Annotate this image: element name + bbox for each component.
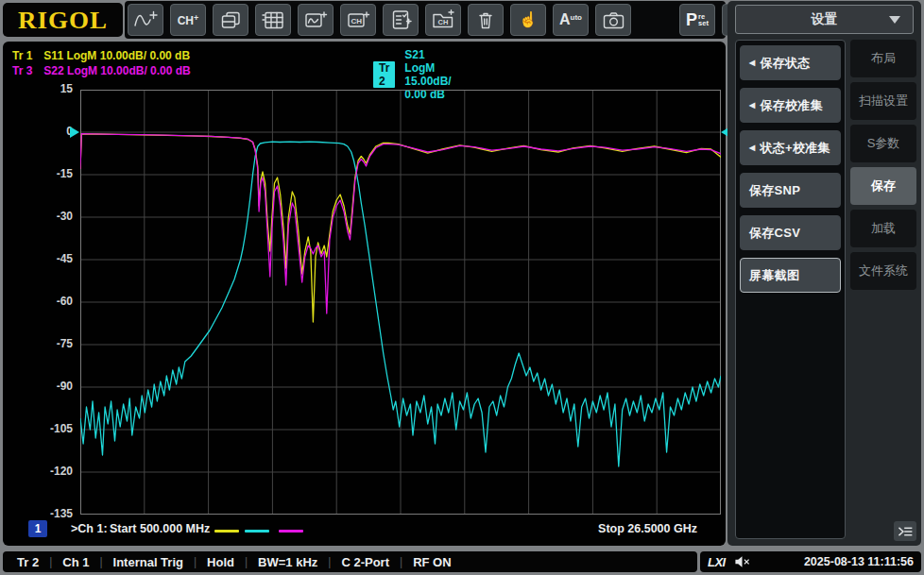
submenu-left-arrow-icon: ◀	[749, 59, 755, 67]
trace-description: S11 LogM 10.00dB/ 0.00 dB	[43, 49, 190, 62]
tab-4[interactable]: 保存	[850, 167, 916, 205]
plot-svg	[80, 90, 721, 515]
window-channel-icon: CH	[346, 10, 370, 30]
channel-add-icon: CH+	[178, 14, 199, 26]
plot-area	[80, 90, 721, 515]
status-separator: |	[49, 555, 52, 568]
y-tick-label: -120	[18, 465, 73, 478]
menu-item-6[interactable]: 屏幕截图	[740, 258, 841, 293]
ref-level-marker-left[interactable]	[70, 127, 79, 138]
delete-button[interactable]	[468, 4, 504, 36]
menu-item-1[interactable]: ◀保存状态	[740, 45, 841, 80]
touch-icon: ☝	[519, 12, 538, 27]
menu-item-5[interactable]: 保存CSV	[740, 215, 841, 250]
status-item-5[interactable]: BW=1 kHz	[258, 555, 317, 569]
legend-line-s22	[279, 530, 303, 533]
menu-item-label: 屏幕截图	[749, 267, 799, 284]
tab-5[interactable]: 加载	[850, 210, 916, 247]
touch-button[interactable]: ☝	[510, 4, 546, 36]
trace-header-3: Tr 3S22 LogM 10.00dB/ 0.00 dB	[12, 64, 191, 77]
status-bar-right: LXI 2025-08-13 11:11:56	[700, 551, 921, 572]
trace-id-badge[interactable]: Tr 2	[373, 61, 395, 88]
channel-add-button[interactable]: CH+	[170, 4, 206, 36]
y-tick-label: -30	[18, 210, 73, 223]
channel-window-button[interactable]: CH	[340, 4, 376, 36]
window-layout-button[interactable]	[213, 4, 248, 36]
menu-item-label: 保存状态	[760, 55, 810, 72]
status-item-6[interactable]: C 2-Port	[341, 555, 389, 569]
start-frequency-label[interactable]: Start 500.000 MHz	[110, 522, 210, 535]
status-item-4[interactable]: Hold	[207, 555, 234, 569]
status-item-2[interactable]: Ch 1	[62, 555, 89, 569]
trace-description: S22 LogM 10.00dB/ 0.00 dB	[43, 64, 190, 77]
y-tick-label: -60	[18, 295, 73, 308]
status-separator: |	[400, 555, 402, 568]
auto-scale-button[interactable]: Auto	[553, 4, 589, 36]
trace-id-badge[interactable]: Tr 1	[12, 49, 32, 62]
vna-screen: { "brand": {"logo": "RIGOL"}, "toolbar":…	[0, 0, 924, 575]
speaker-mute-icon[interactable]	[734, 555, 750, 568]
tab-2[interactable]: 扫描设置	[850, 82, 916, 120]
settings-dropdown[interactable]: 设置	[735, 5, 914, 34]
sidebar: 设置 ◀保存状态◀保存校准集◀状态+校准集保存SNP保存CSV屏幕截图 布局扫描…	[727, 1, 921, 546]
toolbar: CH+ CH CH ☝Auto	[125, 1, 726, 39]
submenu-left-arrow-icon: ◀	[749, 144, 755, 152]
trace-id-badge[interactable]: Tr 3	[12, 64, 32, 77]
status-separator: |	[194, 555, 197, 568]
rigol-logo-text: RIGOL	[18, 6, 108, 33]
file-trace-icon	[389, 9, 413, 30]
menu-item-label: 状态+校准集	[760, 140, 830, 157]
channel-file-button[interactable]: CH	[425, 4, 461, 36]
preset-button[interactable]: P reset	[679, 4, 715, 36]
status-separator: |	[328, 555, 331, 568]
channel-row: 1 >Ch 1: Start 500.000 MHz Stop 26.5000 …	[3, 519, 726, 542]
stop-frequency-label[interactable]: Stop 26.5000 GHz	[598, 522, 697, 535]
submenu-panel: ◀保存状态◀保存校准集◀状态+校准集保存SNP保存CSV屏幕截图	[735, 40, 846, 539]
measure-setup-button[interactable]	[255, 4, 291, 36]
status-separator: |	[99, 555, 102, 568]
legend-line-s11	[214, 530, 239, 533]
y-tick-label: -45	[18, 252, 73, 265]
preset-icon: P reset	[686, 11, 709, 28]
tab-3[interactable]: S参数	[850, 125, 916, 162]
svg-text:CH: CH	[438, 18, 449, 26]
y-tick-label: -90	[18, 380, 73, 393]
trace-header-row-1: Tr 1S11 LogM 10.00dB/ 0.00 dBTr 2S21 Log…	[12, 48, 190, 62]
tab-6[interactable]: 文件系统	[850, 252, 916, 290]
y-tick-label: -75	[18, 337, 73, 350]
status-item-1[interactable]: Tr 2	[17, 555, 39, 569]
trace-file-button[interactable]	[383, 4, 419, 36]
submenu-left-arrow-icon: ◀	[749, 101, 755, 110]
menu-item-2[interactable]: ◀保存校准集	[740, 88, 841, 123]
menu-collapse-button[interactable]	[894, 521, 916, 541]
menu-item-4[interactable]: 保存SNP	[740, 173, 841, 208]
window-trace-icon	[303, 10, 328, 30]
auto-icon: Auto	[559, 12, 582, 27]
trash-icon	[474, 10, 497, 30]
status-bar-left: Tr 2|Ch 1|Internal Trig|Hold|BW=1 kHz|C …	[3, 551, 697, 572]
menu-item-3[interactable]: ◀状态+校准集	[740, 130, 841, 165]
channel-badge[interactable]: 1	[28, 520, 47, 537]
status-item-7[interactable]: RF ON	[413, 555, 451, 569]
tab-1[interactable]: 布局	[850, 40, 916, 77]
rigol-logo: RIGOL	[3, 3, 123, 37]
screenshot-button[interactable]	[595, 4, 631, 36]
chart-panel: Tr 1S11 LogM 10.00dB/ 0.00 dBTr 2S21 Log…	[3, 42, 726, 546]
legend-line-s21	[245, 530, 269, 533]
y-tick-label: 15	[18, 82, 73, 95]
chevron-down-icon	[889, 16, 900, 24]
measure-table-icon	[261, 10, 285, 30]
datetime-display: 2025-08-13 11:11:56	[804, 555, 914, 568]
trace-add-icon	[133, 10, 158, 30]
trace-add-button[interactable]	[128, 4, 163, 36]
trace-window-button[interactable]	[298, 4, 334, 36]
lxi-indicator[interactable]: LXI	[708, 555, 726, 569]
status-item-3[interactable]: Internal Trig	[113, 555, 183, 569]
menu-item-label: 保存SNP	[749, 182, 800, 199]
status-separator: |	[245, 555, 248, 568]
y-tick-label: -105	[18, 422, 73, 435]
svg-text:CH: CH	[351, 16, 363, 25]
y-tick-label: -135	[18, 507, 73, 520]
windows-icon	[219, 10, 242, 30]
menu-collapse-icon	[897, 524, 914, 539]
